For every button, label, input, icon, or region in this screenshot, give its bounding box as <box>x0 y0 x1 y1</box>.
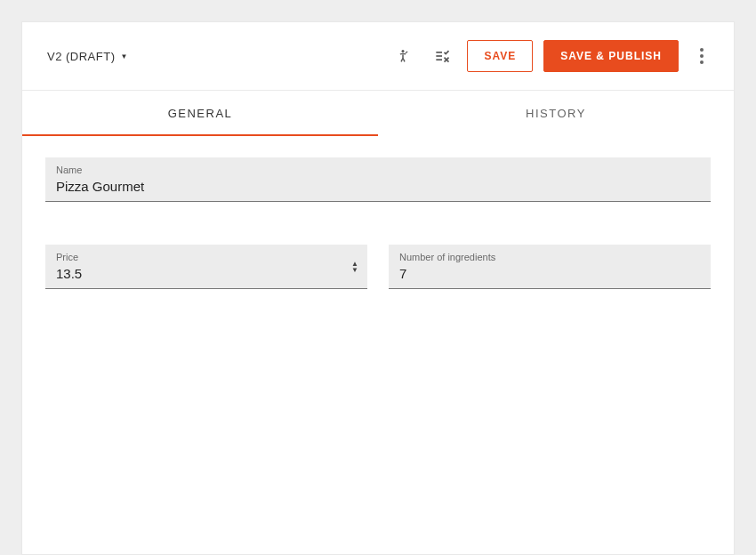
tabs: GENERAL HISTORY <box>22 90 734 136</box>
dot-icon <box>700 60 704 64</box>
row-price-ingredients: Price ▲ ▼ Number of ingredients <box>45 245 711 289</box>
ingredients-field[interactable] <box>399 264 700 283</box>
list-check-icon <box>433 47 451 65</box>
price-field[interactable] <box>56 264 357 283</box>
tab-general[interactable]: GENERAL <box>22 91 378 136</box>
dot-icon <box>700 48 704 52</box>
price-field-container: Price ▲ ▼ <box>45 245 367 289</box>
version-label: V2 (DRAFT) <box>47 50 116 63</box>
ingredients-field-container: Number of ingredients <box>389 245 711 289</box>
editor-card: V2 (DRAFT) ▼ SAVE SAVE & PUBLISH <box>21 21 735 555</box>
price-label: Price <box>56 252 357 262</box>
svg-point-0 <box>402 50 405 52</box>
name-field[interactable] <box>56 177 700 196</box>
person-icon <box>395 48 411 64</box>
tab-history[interactable]: HISTORY <box>378 91 734 136</box>
row-name: Name <box>45 157 711 202</box>
tab-content: Name Price ▲ ▼ Number of ingredients <box>22 136 734 353</box>
accessibility-icon[interactable] <box>389 42 417 70</box>
toolbar: V2 (DRAFT) ▼ SAVE SAVE & PUBLISH <box>22 22 734 90</box>
version-selector[interactable]: V2 (DRAFT) ▼ <box>47 50 128 63</box>
dot-icon <box>700 54 704 58</box>
more-menu-button[interactable] <box>695 43 709 69</box>
name-field-container: Name <box>45 157 711 202</box>
chevron-down-icon: ▼ <box>351 267 358 273</box>
ingredients-label: Number of ingredients <box>399 252 700 262</box>
price-stepper[interactable]: ▲ ▼ <box>351 261 358 273</box>
save-button[interactable]: SAVE <box>467 40 533 72</box>
caret-down-icon: ▼ <box>121 52 128 60</box>
save-publish-button[interactable]: SAVE & PUBLISH <box>543 40 679 72</box>
name-label: Name <box>56 165 700 175</box>
checklist-icon[interactable] <box>428 42 456 70</box>
